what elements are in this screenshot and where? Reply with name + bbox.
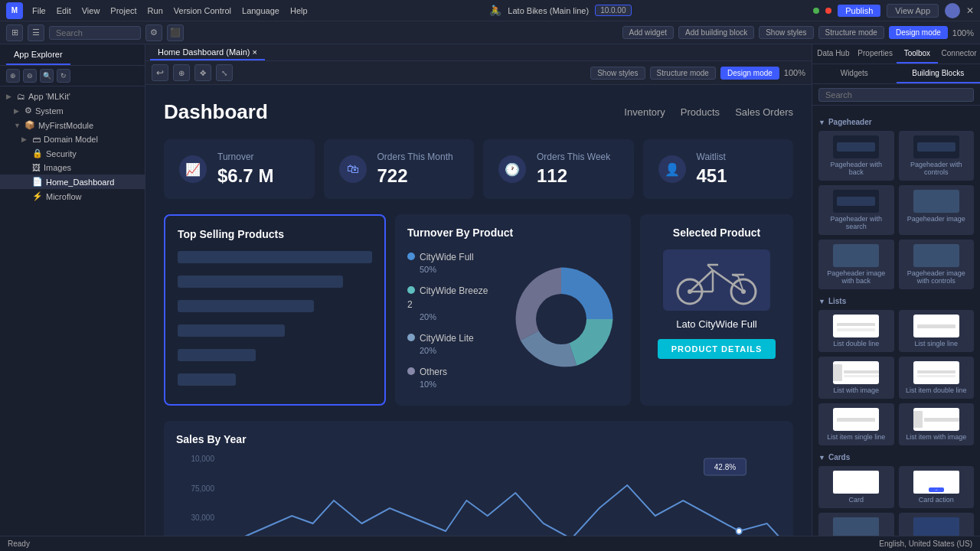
- component-pageheader-image-controls[interactable]: Pageheader image with controls: [899, 240, 975, 289]
- component-thumb: [833, 135, 879, 158]
- content-row: Top Selling Products Turnover By Product: [164, 214, 793, 406]
- menu-file[interactable]: File: [32, 6, 46, 15]
- canvas-toolbar: ↩ ⊕ ✥ ⤡ Show styles Structure mode Desig…: [145, 61, 812, 85]
- sidebar-item-security[interactable]: 🔒 Security: [0, 146, 145, 161]
- component-pageheader-back[interactable]: Pageheader with back: [818, 131, 894, 181]
- legend-item-0: CityWide Full 50%: [407, 249, 488, 274]
- main-layout: App Explorer ⊕ ⊖ 🔍 ↻ ▶ 🗂 App 'MLKit' ▶ ⚙…: [0, 44, 980, 536]
- add-building-block-button[interactable]: Add building block: [678, 26, 754, 39]
- menu-version-control[interactable]: Version Control: [174, 6, 231, 15]
- publish-button[interactable]: Publish: [838, 5, 880, 17]
- component-card[interactable]: Card: [818, 466, 894, 508]
- expand-all-icon[interactable]: ⊕: [6, 69, 20, 83]
- sidebar-item-home-dashboard[interactable]: 📄 Home_Dashboard: [0, 174, 145, 189]
- nav-products[interactable]: Products: [681, 106, 720, 118]
- settings-icon[interactable]: ⚙: [145, 24, 162, 41]
- sub-tab-widgets[interactable]: Widgets: [812, 64, 897, 83]
- component-pageheader-image[interactable]: Pageheader image: [899, 185, 975, 235]
- undo-icon[interactable]: ↩: [152, 64, 168, 81]
- y-label-1: 10,000: [176, 455, 214, 463]
- component-card-background[interactable]: Card background: [899, 513, 975, 536]
- component-pageheader-controls[interactable]: Pageheader with controls: [899, 131, 975, 181]
- right-sidebar-search-input[interactable]: [818, 88, 974, 102]
- component-list-double[interactable]: List double line: [818, 310, 894, 352]
- resize-icon[interactable]: ⤡: [216, 64, 233, 81]
- move-icon[interactable]: ✥: [194, 64, 211, 81]
- tab-app-explorer-label: App Explorer: [14, 50, 63, 59]
- structure-mode-canvas-button[interactable]: Structure mode: [650, 67, 716, 80]
- product-bars: [178, 251, 372, 392]
- menu-project[interactable]: Project: [110, 6, 136, 15]
- component-pageheader-image-back[interactable]: Pageheader image with back: [818, 240, 894, 289]
- sub-tab-building-blocks[interactable]: Building Blocks: [897, 64, 981, 83]
- component-list-item-double[interactable]: List item double line: [899, 357, 975, 399]
- add-widget-button[interactable]: Add widget: [622, 26, 674, 39]
- version-badge: 10.0.00: [595, 5, 631, 16]
- status-dot-green: [813, 8, 819, 14]
- menu-run[interactable]: Run: [148, 6, 163, 15]
- sync-icon[interactable]: ↻: [57, 69, 70, 83]
- main-toolbar: ⊞ ☰ ⚙ ⬛ Add widget Add building block Sh…: [0, 21, 980, 44]
- component-label: Pageheader image with back: [823, 269, 890, 285]
- arrow-icon: ▶: [14, 107, 21, 115]
- stat-card-waitlist: 👤 Waitlist 451: [643, 139, 794, 199]
- line-chart-svg: 42.8%: [222, 455, 781, 536]
- component-list-item-single[interactable]: List item single line: [818, 403, 894, 445]
- tab-toolbox[interactable]: Toolbox: [897, 44, 939, 64]
- grid-icon[interactable]: ⊞: [6, 24, 23, 41]
- nav-inventory[interactable]: Inventory: [624, 106, 665, 118]
- menu-view[interactable]: View: [82, 6, 100, 15]
- component-label: Pageheader with controls: [903, 161, 970, 176]
- component-list-item-image[interactable]: List item with image: [899, 403, 975, 445]
- view-app-button[interactable]: View App: [887, 4, 939, 18]
- tab-app-explorer[interactable]: App Explorer: [6, 44, 70, 65]
- design-mode-button[interactable]: Design mode: [889, 26, 948, 39]
- sidebar-item-domain-model[interactable]: ▶ 🗃 Domain Model: [0, 132, 145, 146]
- structure-mode-button[interactable]: Structure mode: [818, 26, 884, 39]
- turnover-content: CityWide Full 50% CityWide Breeze 2 20% …: [407, 249, 619, 389]
- select-icon[interactable]: ⊕: [173, 64, 190, 81]
- section-label: Lists: [828, 297, 846, 305]
- sidebar-item-microflow[interactable]: ⚡ Microflow: [0, 189, 145, 204]
- list-view-icon[interactable]: ☰: [28, 24, 44, 41]
- collapse-all-icon[interactable]: ⊖: [23, 69, 37, 83]
- tab-data-hub[interactable]: Data Hub: [812, 44, 854, 64]
- sidebar-item-label: Security: [46, 149, 77, 158]
- show-styles-canvas-button[interactable]: Show styles: [590, 67, 645, 80]
- sidebar-item-system[interactable]: ▶ ⚙ System: [0, 103, 145, 118]
- menu-help[interactable]: Help: [290, 6, 308, 15]
- tab-properties[interactable]: Properties: [854, 44, 897, 64]
- status-dot-red: [825, 8, 831, 14]
- dashboard-content: Dashboard Inventory Products Sales Order…: [145, 85, 812, 536]
- section-label: Pageheader: [828, 118, 872, 126]
- tab-connector[interactable]: Connector: [938, 44, 980, 64]
- menu-language[interactable]: Language: [242, 6, 279, 15]
- sidebar-item-mlkit[interactable]: ▶ 🗂 App 'MLKit': [0, 90, 145, 103]
- filter-icon[interactable]: ⬛: [167, 24, 184, 41]
- turnover-title: Turnover By Product: [407, 227, 619, 239]
- legend-item-1: CityWide Breeze 2 20%: [407, 283, 488, 321]
- component-label: Pageheader image with controls: [903, 269, 970, 285]
- section-pageheader: ▼ Pageheader: [818, 118, 974, 126]
- product-details-button[interactable]: PRODUCT DETAILS: [658, 339, 776, 359]
- sidebar-item-myfirstmodule[interactable]: ▼ 📦 MyFirstModule: [0, 118, 145, 132]
- sidebar-item-label: Home_Dashboard: [46, 178, 114, 187]
- file-tab-active[interactable]: Home Dashboard (Main) ×: [150, 44, 265, 60]
- sidebar-item-images[interactable]: 🖼 Images: [0, 161, 145, 174]
- show-styles-button[interactable]: Show styles: [759, 26, 813, 39]
- toolbar-search-input[interactable]: [49, 26, 141, 40]
- legend-dot-1: [407, 286, 415, 294]
- component-card-action[interactable]: → Card action: [899, 466, 975, 508]
- close-window-icon[interactable]: ✕: [966, 5, 974, 16]
- nav-sales-orders[interactable]: Sales Orders: [735, 106, 793, 118]
- component-list-image[interactable]: List with image: [818, 357, 894, 399]
- component-list-single[interactable]: List single line: [899, 310, 975, 352]
- component-card-action-image[interactable]: Card action with image: [818, 513, 894, 536]
- menu-edit[interactable]: Edit: [57, 6, 71, 15]
- user-avatar[interactable]: [945, 3, 960, 18]
- design-mode-canvas-button[interactable]: Design mode: [720, 67, 779, 80]
- legend-name-2: CityWide Lite: [420, 333, 474, 344]
- component-pageheader-search[interactable]: Pageheader with search: [818, 185, 894, 235]
- arrow-icon: ▶: [21, 135, 29, 143]
- search-sidebar-icon[interactable]: 🔍: [40, 69, 54, 83]
